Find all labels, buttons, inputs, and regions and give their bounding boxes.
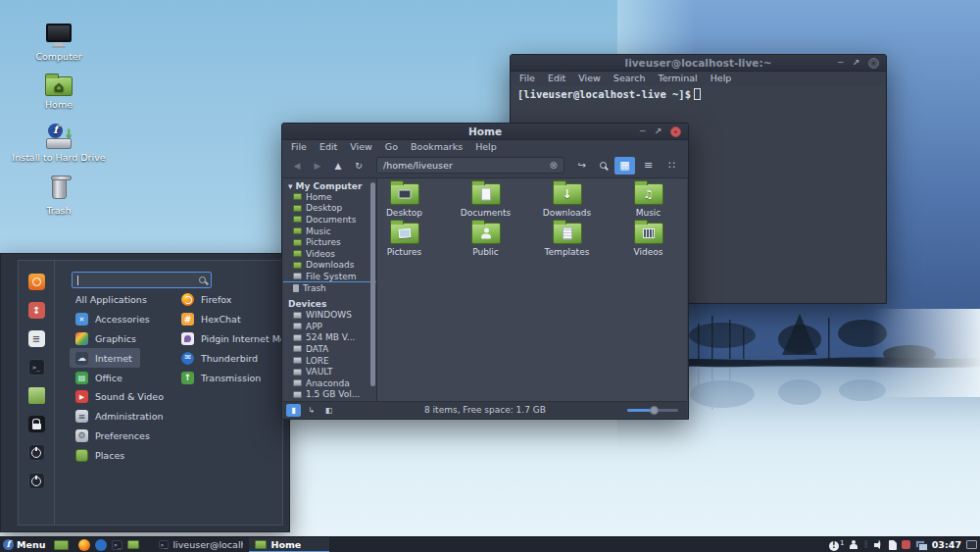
category-sound-video[interactable]: Sound & Video xyxy=(70,387,226,407)
zoom-slider[interactable] xyxy=(627,409,678,412)
app-pidgin[interactable]: Pidgin Internet Messenger xyxy=(175,329,291,349)
fm-titlebar[interactable]: Home ─ ↗ xyxy=(282,124,688,140)
sidebar-item-desktop[interactable]: Desktop xyxy=(283,203,376,215)
sidebar-device-vault[interactable]: VAULT xyxy=(283,366,376,377)
sidebar-device-app[interactable]: APP xyxy=(283,321,376,332)
minimize-icon[interactable]: ─ xyxy=(640,127,645,136)
menu-file[interactable]: File xyxy=(519,73,535,83)
sidebar-item-pictures[interactable]: Pictures xyxy=(283,236,376,248)
menu-search[interactable]: Search xyxy=(613,73,646,83)
app-hexchat[interactable]: HexChat xyxy=(175,310,291,329)
menu-help[interactable]: Help xyxy=(710,73,732,83)
menu-view[interactable]: View xyxy=(350,141,372,152)
sidebar-item-trash[interactable]: Trash xyxy=(283,282,376,294)
folder-templates[interactable]: Templates xyxy=(526,218,608,257)
folder-pictures[interactable]: Pictures xyxy=(364,218,445,257)
firefox-launcher-icon[interactable] xyxy=(78,539,90,551)
software-update-tray-icon[interactable] xyxy=(902,540,910,549)
clock[interactable]: 03:47 xyxy=(932,539,961,550)
maximize-icon[interactable]: ↗ xyxy=(852,59,859,68)
sidebar-device-lore[interactable]: LORE xyxy=(283,355,376,367)
menu-search-input[interactable] xyxy=(72,272,212,288)
terminal-launcher-icon[interactable] xyxy=(28,359,45,376)
forward-icon[interactable]: ▶ xyxy=(309,161,326,171)
volume-icon[interactable]: ) xyxy=(874,540,884,549)
clipboard-icon[interactable] xyxy=(889,540,897,550)
back-icon[interactable]: ◀ xyxy=(288,161,306,171)
sidebar-item-home[interactable]: Home xyxy=(283,191,376,203)
category-preferences[interactable]: Preferences xyxy=(70,427,226,446)
zoom-slider-knob[interactable] xyxy=(650,406,659,415)
sidebar-item-music[interactable]: Music xyxy=(283,226,376,237)
menu-bookmarks[interactable]: Bookmarks xyxy=(411,141,463,152)
task-home[interactable]: Home xyxy=(249,537,329,552)
menu-help[interactable]: Help xyxy=(475,141,497,152)
sidebar-item-documents[interactable]: Documents xyxy=(283,214,376,226)
sidebar-item-downloads[interactable]: Downloads xyxy=(283,260,376,272)
bluetooth-icon[interactable]: ᛒ xyxy=(863,540,868,549)
folder-music[interactable]: ♫Music xyxy=(608,178,687,218)
sidebar-item-videos[interactable]: Videos xyxy=(283,248,376,260)
thunderbird-launcher-icon[interactable] xyxy=(95,539,107,551)
lock-screen-icon[interactable] xyxy=(28,416,45,432)
file-manager-launcher-icon[interactable] xyxy=(127,540,139,549)
category-internet[interactable]: Internet xyxy=(70,348,140,368)
sidebar-item-file-system[interactable]: File System xyxy=(283,271,376,282)
maximize-icon[interactable]: ↗ xyxy=(654,127,662,136)
task-terminal[interactable]: >_ liveuser@localh... xyxy=(153,537,243,552)
desktop-icon-install[interactable]: f ↓ Install to Hard Drive xyxy=(12,124,106,163)
fedora-menu-icon[interactable]: f xyxy=(3,539,14,550)
folder-videos[interactable]: Videos xyxy=(608,218,687,257)
logout-icon[interactable] xyxy=(28,444,45,461)
menu-edit[interactable]: Edit xyxy=(548,73,565,83)
sidebar-device-anaconda[interactable]: Anaconda xyxy=(283,377,376,389)
desktop-icon-home[interactable]: ⌂ Home xyxy=(12,76,106,110)
terminal-launcher-icon[interactable]: >_ xyxy=(112,540,122,550)
close-icon[interactable] xyxy=(670,126,681,137)
clear-path-icon[interactable]: ⊗ xyxy=(550,160,558,171)
category-administration[interactable]: Administration xyxy=(70,407,226,427)
shutdown-icon[interactable] xyxy=(28,473,45,489)
menu-button[interactable]: Menu xyxy=(17,539,45,550)
desktop-icon-trash[interactable]: Trash xyxy=(12,178,106,216)
desktop-pager[interactable] xyxy=(54,540,69,550)
category-places[interactable]: Places xyxy=(70,445,226,465)
menu-go[interactable]: Go xyxy=(385,141,398,152)
my-computer-header[interactable]: ▾My Computer xyxy=(283,178,376,191)
folder-desktop[interactable]: Desktop xyxy=(364,178,445,218)
sidebar-device-data[interactable]: DATA xyxy=(283,343,376,355)
app-transmission[interactable]: Transmission xyxy=(175,368,291,387)
up-icon[interactable]: ▲ xyxy=(329,161,347,171)
search-icon[interactable] xyxy=(594,162,612,169)
minimize-icon[interactable]: ─ xyxy=(838,59,843,68)
show-desktop-icon[interactable] xyxy=(966,540,977,549)
folder-public[interactable]: Public xyxy=(445,218,526,257)
web-browser-icon[interactable] xyxy=(28,274,45,290)
sidebar-device-windows[interactable]: WINDOWS xyxy=(283,309,376,321)
terminal-titlebar[interactable]: liveuser@localhost-live:~ ─ ↗ xyxy=(511,55,886,72)
settings-icon[interactable] xyxy=(28,330,45,347)
sidebar-device-15gb[interactable]: 1.5 GB Vol... xyxy=(283,389,376,401)
menu-file[interactable]: File xyxy=(291,141,307,152)
notification-indicator[interactable]: !1 xyxy=(829,539,844,551)
menu-terminal[interactable]: Terminal xyxy=(659,73,698,83)
sidebar-device-524mb[interactable]: 524 MB V... xyxy=(283,332,376,344)
menu-edit[interactable]: Edit xyxy=(319,141,337,152)
fm-file-area[interactable]: Desktop Documents ↓Downloads ♫Music Pict… xyxy=(377,178,687,401)
software-update-icon[interactable] xyxy=(28,302,45,319)
app-firefox[interactable]: Firefox xyxy=(175,290,291,310)
icon-view-button[interactable]: ▦ xyxy=(614,157,635,175)
compact-view-button[interactable]: ∷ xyxy=(662,157,682,175)
open-in-new-tab-icon[interactable]: ↪ xyxy=(573,160,591,171)
list-view-button[interactable]: ≡ xyxy=(638,157,659,175)
user-accounts-icon[interactable] xyxy=(849,540,858,550)
folder-documents[interactable]: Documents xyxy=(445,178,526,218)
network-icon[interactable] xyxy=(915,540,927,550)
refresh-icon[interactable]: ↻ xyxy=(350,161,368,171)
desktop-icon-computer[interactable]: Computer xyxy=(12,24,106,62)
folder-downloads[interactable]: ↓Downloads xyxy=(526,178,608,218)
path-input[interactable]: /home/liveuser ⊗ xyxy=(376,157,564,174)
file-manager-icon[interactable] xyxy=(28,387,45,404)
app-thunderbird[interactable]: Thunderbird xyxy=(175,348,291,368)
menu-view[interactable]: View xyxy=(578,73,601,83)
